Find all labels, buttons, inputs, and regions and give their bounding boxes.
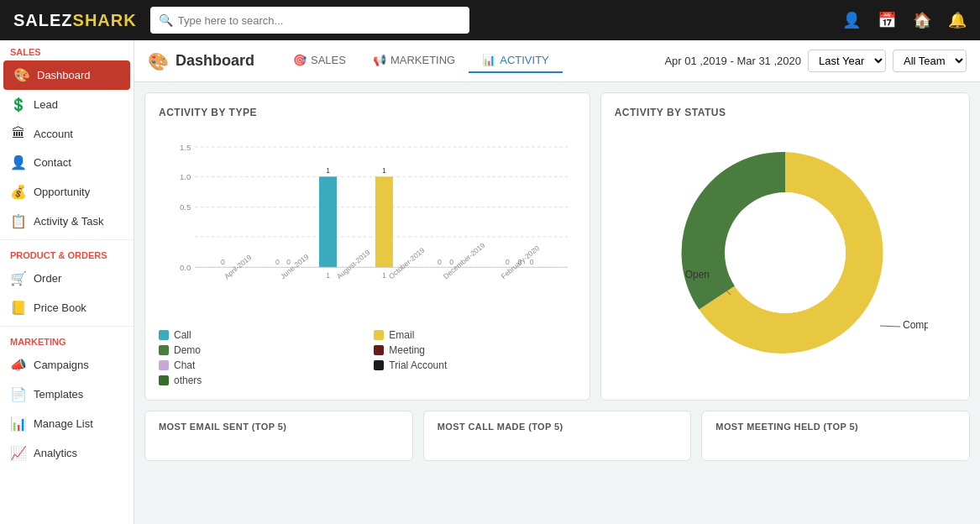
completed-label: Completed	[903, 319, 928, 331]
date-range-label: Apr 01 ,2019 - Mar 31 ,2020	[664, 55, 801, 67]
svg-text:December-2019: December-2019	[442, 241, 487, 280]
sidebar-label-account: Account	[34, 128, 73, 140]
sales-tab-label: SALES	[311, 54, 346, 66]
legend-email: Email	[374, 329, 575, 341]
legend-trial: Trial Account	[374, 359, 575, 371]
sidebar-item-lead[interactable]: 💲 Lead	[0, 90, 134, 119]
sidebar: Sales 🎨 Dashboard 💲 Lead 🏛 Account 👤 Con…	[0, 40, 134, 524]
sidebar-section-sales: Sales	[0, 40, 134, 60]
calendar-icon[interactable]: 📅	[878, 11, 896, 29]
team-select[interactable]: All Team	[893, 50, 967, 72]
donut-chart-svg: Open Completed	[642, 118, 928, 387]
sidebar-item-dashboard[interactable]: 🎨 Dashboard	[3, 60, 130, 90]
most-meeting-card: MOST MEETING HELD (TOP 5)	[701, 411, 970, 461]
bar-chart-svg: 1.5 1.0 0.5 0.0 0 0 0 1 1 1 1	[159, 127, 576, 312]
legend-dot-demo	[159, 345, 169, 355]
home-icon[interactable]: 🏠	[913, 11, 931, 29]
search-input[interactable]	[178, 14, 461, 27]
period-select[interactable]: Last Year This Year Custom	[808, 50, 886, 72]
sidebar-item-analytics[interactable]: 📈 Analytics	[0, 438, 134, 468]
sidebar-item-order[interactable]: 🛒 Order	[0, 264, 134, 293]
svg-point-31	[725, 192, 846, 313]
svg-text:April-2019: April-2019	[223, 253, 254, 280]
legend-dot-call	[159, 330, 169, 340]
activity-by-status-card: ACTIVITY BY STATUS	[600, 92, 970, 401]
svg-text:0: 0	[275, 258, 280, 266]
svg-text:June-2019: June-2019	[279, 252, 311, 280]
tab-activity[interactable]: 📊 ACTIVITY	[469, 49, 563, 73]
contact-icon: 👤	[10, 155, 27, 170]
sidebar-label-analytics: Analytics	[34, 447, 77, 459]
legend-demo: Demo	[159, 344, 360, 356]
sidebar-label-campaigns: Campaigns	[34, 359, 89, 371]
account-icon: 🏛	[10, 126, 27, 141]
sidebar-item-pricebook[interactable]: 📒 Price Book	[0, 293, 134, 322]
svg-text:1.0: 1.0	[180, 172, 191, 181]
legend-dot-email	[374, 330, 384, 340]
sidebar-item-activity-task[interactable]: 📋 Activity & Task	[0, 207, 134, 236]
search-bar[interactable]: 🔍	[150, 7, 469, 34]
bottom-row: MOST EMAIL SENT (TOP 5) MOST CALL MADE (…	[134, 411, 980, 471]
tab-sales[interactable]: 🎯 SALES	[280, 49, 359, 73]
legend-dot-trial	[374, 360, 384, 370]
top-navigation: SALEZSHARK 🔍 👤 📅 🏠 🔔	[0, 0, 980, 40]
activity-icon: 📋	[10, 213, 27, 229]
nav-icons: 👤 📅 🏠 🔔	[842, 11, 967, 29]
analytics-icon: 📈	[10, 445, 27, 461]
legend-label-call: Call	[174, 329, 191, 341]
most-email-title: MOST EMAIL SENT (TOP 5)	[159, 422, 399, 432]
svg-text:1.5: 1.5	[180, 143, 191, 152]
sidebar-item-account[interactable]: 🏛 Account	[0, 119, 134, 148]
sales-tab-icon: 🎯	[293, 54, 307, 66]
sidebar-item-opportunity[interactable]: 💰 Opportunity	[0, 177, 134, 207]
sidebar-section-product: Product & Orders	[0, 244, 134, 264]
dashboard-palette-icon: 🎨	[148, 51, 169, 71]
sidebar-divider-2	[0, 326, 134, 327]
tab-marketing[interactable]: 📢 MARKETING	[359, 49, 469, 73]
svg-text:0: 0	[438, 258, 442, 266]
logo-shark: SHARK	[73, 11, 137, 29]
sidebar-label-dashboard: Dashboard	[37, 69, 91, 81]
dashboard-header: 🎨 Dashboard 🎯 SALES 📢 MARKETING 📊 ACTIVI…	[134, 40, 980, 82]
main-layout: Sales 🎨 Dashboard 💲 Lead 🏛 Account 👤 Con…	[0, 40, 980, 524]
sidebar-section-marketing: Marketing	[0, 330, 134, 350]
manage-list-icon: 📊	[10, 416, 27, 432]
dashboard-icon: 🎨	[13, 67, 30, 83]
legend-dot-others	[159, 375, 169, 385]
opportunity-icon: 💰	[10, 184, 27, 200]
person-icon[interactable]: 👤	[842, 11, 861, 29]
svg-text:0.5: 0.5	[180, 202, 191, 212]
svg-rect-12	[319, 176, 337, 267]
order-icon: 🛒	[10, 270, 27, 286]
most-call-title: MOST CALL MADE (TOP 5)	[438, 422, 678, 432]
templates-icon: 📄	[10, 386, 27, 402]
donut-container: Open Completed	[615, 127, 956, 379]
svg-text:0.0: 0.0	[180, 263, 191, 272]
lead-icon: 💲	[10, 97, 27, 113]
sidebar-item-manage-list[interactable]: 📊 Manage List	[0, 409, 134, 438]
pricebook-icon: 📒	[10, 300, 27, 316]
legend-chat: Chat	[159, 359, 360, 371]
legend-dot-meeting	[374, 345, 384, 355]
legend-others: others	[159, 375, 360, 386]
dashboard-tabs: 🎯 SALES 📢 MARKETING 📊 ACTIVITY	[280, 49, 563, 73]
legend-call: Call	[159, 329, 360, 341]
svg-text:1: 1	[326, 166, 330, 175]
charts-row: ACTIVITY BY TYPE 1.5 1.0 0.5 0.0 0	[134, 82, 980, 411]
sidebar-label-manage-list: Manage List	[34, 417, 93, 430]
activity-by-type-card: ACTIVITY BY TYPE 1.5 1.0 0.5 0.0 0	[144, 92, 590, 401]
most-email-card: MOST EMAIL SENT (TOP 5)	[144, 411, 413, 461]
sidebar-item-campaigns[interactable]: 📣 Campaigns	[0, 350, 134, 380]
sidebar-item-contact[interactable]: 👤 Contact	[0, 148, 134, 177]
bar-chart-title: ACTIVITY BY TYPE	[159, 107, 576, 118]
most-call-card: MOST CALL MADE (TOP 5)	[423, 411, 692, 461]
sidebar-label-pricebook: Price Book	[34, 301, 86, 314]
svg-text:1: 1	[326, 271, 330, 280]
dashboard-controls: Apr 01 ,2019 - Mar 31 ,2020 Last Year Th…	[664, 50, 967, 72]
sidebar-item-templates[interactable]: 📄 Templates	[0, 380, 134, 409]
svg-line-33	[880, 326, 900, 327]
dashboard-title-text: Dashboard	[176, 52, 254, 70]
legend-label-chat: Chat	[174, 359, 195, 371]
svg-text:1: 1	[382, 271, 386, 280]
bell-icon[interactable]: 🔔	[948, 11, 967, 29]
